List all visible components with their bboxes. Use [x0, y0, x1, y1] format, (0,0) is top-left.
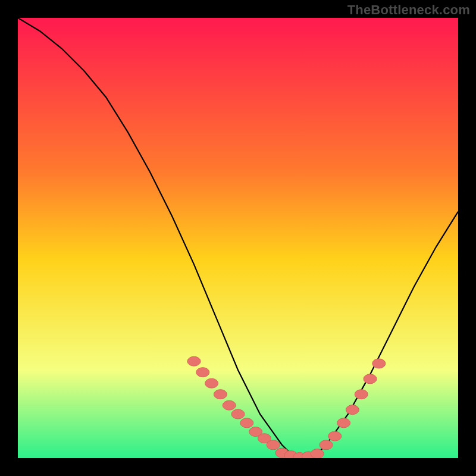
curve-marker [240, 418, 253, 428]
gradient-background [18, 18, 458, 458]
curve-marker [223, 400, 236, 410]
plot-area [18, 18, 458, 458]
curve-marker [328, 431, 342, 441]
watermark-text: TheBottleneck.com [347, 2, 470, 18]
curve-marker [187, 356, 201, 366]
curve-marker [231, 409, 245, 419]
curve-marker [337, 418, 350, 428]
curve-marker [214, 390, 227, 399]
curve-marker [364, 374, 377, 384]
curve-marker [205, 378, 218, 388]
curve-marker [372, 359, 386, 368]
chart-frame: TheBottleneck.com [0, 0, 476, 476]
curve-marker [311, 449, 324, 458]
bottleneck-chart [18, 18, 458, 458]
curve-marker [320, 440, 333, 450]
curve-marker [267, 440, 280, 450]
curve-marker [196, 368, 209, 377]
curve-marker [355, 390, 368, 399]
curve-marker [346, 405, 359, 415]
